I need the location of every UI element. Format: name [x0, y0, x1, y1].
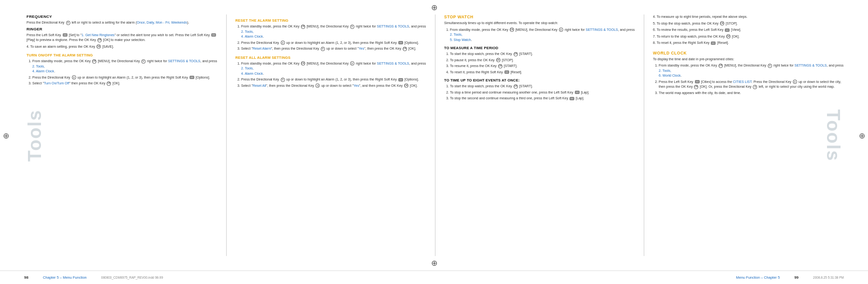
reset-alarm-step-3: Select "Reset Alarm", then press the Dir… [241, 46, 426, 52]
stop-watch-heading: STOP WATCH [444, 14, 635, 19]
stop-watch-intro-list: From standby mode, press the OK Key OK [… [450, 27, 635, 43]
ok-key-icon: OK [92, 59, 96, 64]
ok-key-icon: OK [720, 21, 724, 26]
chapter-text-right: Menu Function – Chapter 5 [736, 275, 780, 280]
page-number-left: 98 [24, 275, 28, 280]
ok-key-icon: OK [97, 38, 102, 42]
world-clock-step-3: The world map appears with the city, its… [659, 91, 844, 96]
dir-key-icon-3: ◎ [321, 47, 325, 51]
time-eight-section: TO TIME UP TO EIGHT EVENTS AT ONCE: To s… [444, 78, 635, 101]
world-clock-section: WORLD CLOCK To display the time and date… [653, 51, 844, 96]
measure-period-section: TO MEASURE A TIME PERIOD To start the st… [444, 46, 635, 75]
dir-key-icon-2: ◎ [793, 80, 797, 84]
ok-key-icon: OK [514, 84, 518, 89]
footer-right: Menu Function – Chapter 5 99 2008.8.25 5… [736, 275, 844, 280]
step-6: 6. To review the results, press the Left… [653, 27, 844, 33]
ok-key-icon-2: OK [726, 34, 731, 39]
stop-watch-intro: Simultaneously times up to eight differe… [444, 21, 635, 26]
ringer-text: Press the Left Soft Key [Set] to "1. Get… [27, 33, 217, 43]
world-clock-step-1: From standby mode, press the OK Key OK [… [659, 63, 844, 79]
ringer-section: RINGER Press the Left Soft Key [Set] to … [27, 27, 217, 43]
soft-key-icon-2 [711, 41, 716, 45]
crosshair-top-icon: ⊕ [431, 3, 437, 12]
frequency-heading: FREQUENCY Press the Directional Key ◎ le… [27, 14, 217, 26]
world-clock-intro: To display the time and date in pre-prog… [653, 57, 844, 62]
stop-watch-section: STOP WATCH Simultaneously times up to ei… [444, 14, 635, 42]
ok-key-icon-2: OK [496, 58, 501, 62]
reset-all-list: From standby mode, press the OK Key OK [… [241, 61, 426, 89]
time-eight-step-3: To stop the second and continue measurin… [450, 96, 635, 101]
ok-key-save-icon: OK [96, 44, 101, 49]
footer-file: 080803_CDM8975_RAP_REV00.indd 98-99 [101, 276, 163, 279]
soft-key-icon-2 [211, 33, 216, 37]
reset-all-step-2: Press the Directional Key ◎ up or down t… [241, 77, 426, 82]
reset-alarm-section: RESET THE ALARM SETTING From standby mod… [235, 18, 426, 52]
reset-all-step-3: Select "Reset All", then press the Direc… [241, 83, 426, 89]
step-5: 5. To stop the stop watch, press the OK … [653, 21, 844, 27]
crosshair-bottom-icon: ⊕ [431, 258, 437, 268]
column-divider-2 [435, 14, 435, 256]
dir-key-icon-2: ◎ [281, 41, 285, 45]
crosshair-right-icon: ⊕ [859, 131, 865, 140]
soft-key-icon [504, 70, 509, 74]
reset-alarm-list: From standby mode, press the OK Key OK [… [241, 24, 426, 52]
reset-all-section: RESET ALL ALARM SETTINGS From standby mo… [235, 55, 426, 89]
ok-key-icon-2: OK [694, 85, 698, 89]
measure-step-2: To pause it, press the OK Key OK [STOP]. [450, 58, 635, 63]
ok-key-icon: OK [719, 64, 723, 68]
column-1: FREQUENCY Press the Directional Key ◎ le… [27, 14, 224, 256]
save-alarm-text: 4. To save an alarm setting, press the O… [27, 44, 217, 50]
column-4: 4. To measure up to eight time periods, … [646, 14, 844, 256]
soft-key-icon [695, 80, 700, 83]
soft-key-icon-3 [190, 76, 194, 79]
soft-key-icon [575, 91, 580, 94]
page-number-right: 99 [794, 275, 799, 280]
step-4: 4. To measure up to eight time periods, … [653, 14, 844, 20]
time-eight-step-1: To start the stop watch, press the OK Ke… [450, 84, 635, 89]
measure-step-1: To start the stop watch, press the OK Ke… [450, 52, 635, 57]
world-clock-list: From standby mode, press the OK Key OK [… [659, 63, 844, 95]
soft-key-icon-2 [570, 97, 574, 100]
dir-key-icon: ◎ [350, 25, 354, 29]
column-2: RESET THE ALARM SETTING From standby mod… [229, 14, 433, 256]
soft-key-icon [63, 33, 68, 37]
turn-onoff-list: From standby mode, press the OK Key OK [… [32, 59, 217, 86]
ok-key-icon-3: OK [404, 83, 408, 88]
column-divider-1 [226, 14, 227, 256]
world-clock-step-2: Press the Left Soft Key [Cities] to acce… [659, 80, 844, 90]
dir-key-icon-2: ◎ [72, 75, 76, 80]
soft-key-icon [398, 41, 403, 44]
time-eight-list: To start the stop watch, press the OK Ke… [450, 84, 635, 101]
footer-left: 98 Chapter 5 – Menu Function 080803_CDM8… [24, 275, 163, 280]
reset-alarm-step-2: Press the Directional Key ◎ up or down t… [241, 41, 426, 46]
step-7: 7. To return to the stop watch, press th… [653, 34, 844, 40]
chapter-text-left: Chapter 5 – Menu Function [43, 275, 87, 280]
reset-alarm-step-1: From standby mode, press the OK Key OK [… [241, 24, 426, 40]
continued-steps: 4. To measure up to eight time periods, … [653, 14, 844, 46]
dir-key-icon-2: ◎ [281, 78, 285, 82]
ok-key-icon-3: OK [107, 81, 111, 86]
dir-key-icon: ◎ [559, 27, 563, 32]
column-divider-3 [644, 14, 644, 256]
ok-key-icon-3: OK [403, 47, 407, 51]
stop-watch-step-1: From standby mode, press the OK Key OK [… [450, 27, 635, 43]
ok-key-icon: OK [301, 25, 305, 29]
measure-step-3: To resume it, press the OK Key OK [START… [450, 64, 635, 69]
dir-key-icon-3: ◎ [315, 83, 320, 88]
soft-key-icon [725, 28, 730, 32]
page-footer: 98 Chapter 5 – Menu Function 080803_CDM8… [0, 270, 868, 284]
measure-period-list: To start the stop watch, press the OK Ke… [450, 52, 635, 75]
footer-timestamp: 2008.8.25 5:31:38 PM [813, 276, 844, 279]
crosshair-left-icon: ⊕ [3, 131, 9, 140]
turn-onoff-section: TURN ON/OFF THE ALARM SETTING From stand… [27, 53, 217, 86]
dir-key-icon: ◎ [768, 64, 772, 68]
turn-onoff-step-1: From standby mode, press the OK Key OK [… [32, 59, 217, 74]
time-eight-step-2: To stop a time period and continue measu… [450, 90, 635, 95]
turn-onoff-step-2: Press the Directional Key ◎ up or down t… [32, 75, 217, 81]
world-clock-heading: WORLD CLOCK [653, 51, 844, 55]
step-8: 8. To reset it, press the Right Soft Key… [653, 41, 844, 46]
dir-key-icon-3: ◎ [753, 85, 757, 89]
time-eight-heading: TO TIME UP TO EIGHT EVENTS AT ONCE: [444, 78, 635, 82]
soft-key-icon [398, 78, 403, 81]
ok-key-icon: OK [301, 61, 305, 66]
